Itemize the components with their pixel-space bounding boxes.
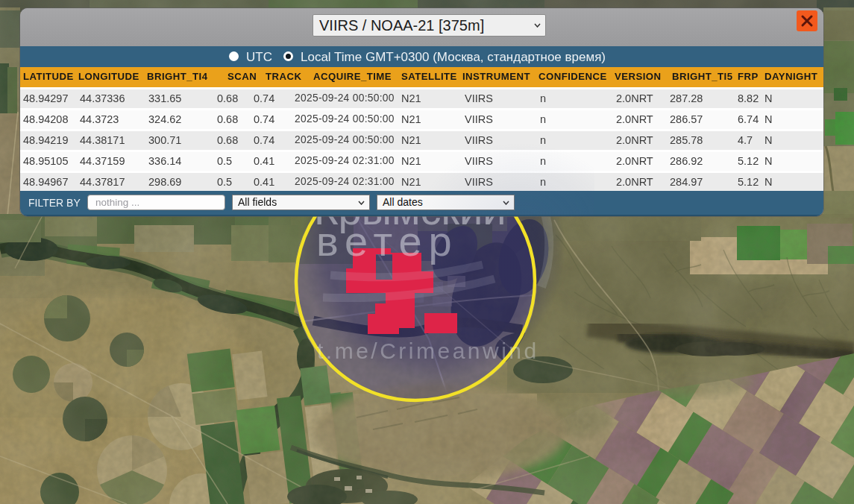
svg-text:ветер: ветер [316,218,459,265]
svg-text:t.me/Crimeanwind: t.me/Crimeanwind [317,338,539,363]
